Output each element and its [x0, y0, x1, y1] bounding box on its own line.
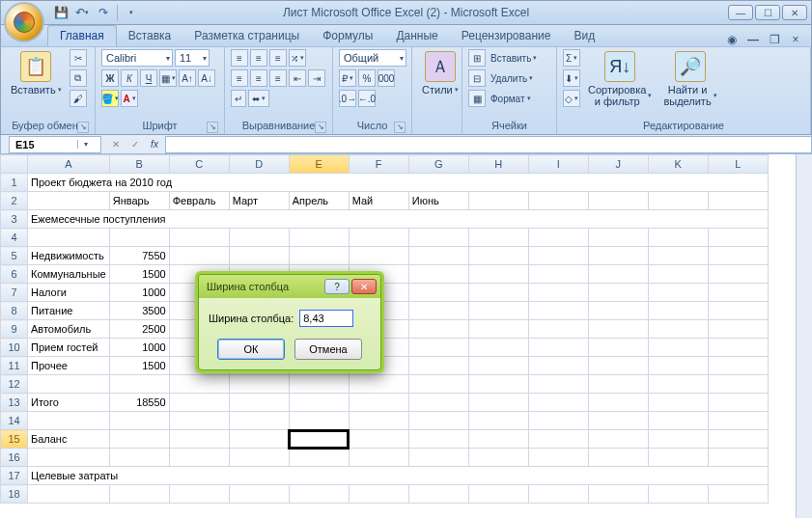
dialog-titlebar[interactable]: Ширина столбца ? ✕ [199, 275, 380, 298]
col-header-F[interactable]: F [349, 155, 408, 174]
cell[interactable] [229, 449, 289, 467]
cell[interactable] [708, 229, 768, 247]
cell[interactable]: Апрель [289, 192, 349, 210]
cell[interactable] [349, 485, 408, 504]
fill-color-button[interactable]: 🪣 [101, 90, 119, 107]
cell[interactable] [28, 229, 110, 247]
fill-icon[interactable]: ⬇ [563, 69, 580, 87]
align-bottom-icon[interactable]: ≡ [269, 49, 287, 67]
cell[interactable] [588, 339, 648, 357]
cell[interactable] [528, 375, 588, 394]
cell[interactable]: 7550 [109, 247, 169, 265]
cell[interactable] [229, 412, 289, 430]
cell[interactable] [528, 394, 588, 412]
grow-font-icon[interactable]: A↑ [179, 69, 196, 87]
autosum-icon[interactable]: Σ [563, 49, 580, 67]
tab-рецензирование[interactable]: Рецензирование [450, 26, 563, 46]
col-header-A[interactable]: A [28, 155, 110, 174]
tab-главная[interactable]: Главная [47, 25, 117, 46]
cell[interactable] [408, 375, 468, 394]
wrap-text-button[interactable]: ↵ [231, 90, 246, 107]
clipboard-launcher-icon[interactable]: ↘ [77, 122, 89, 133]
cell[interactable] [229, 229, 289, 247]
cell[interactable] [289, 412, 349, 430]
cell[interactable] [528, 449, 588, 467]
comma-icon[interactable]: 000 [378, 69, 395, 87]
row-header-7[interactable]: 7 [1, 284, 28, 302]
cell[interactable] [648, 320, 708, 339]
cell[interactable] [169, 247, 229, 265]
cut-icon[interactable]: ✂ [70, 49, 87, 67]
col-header-G[interactable]: G [408, 155, 468, 174]
cell[interactable]: Коммунальные [28, 265, 110, 284]
row-header-12[interactable]: 12 [1, 375, 28, 394]
cell[interactable]: 2500 [109, 320, 169, 339]
cell[interactable] [648, 229, 708, 247]
align-middle-icon[interactable]: ≡ [250, 49, 267, 67]
cell[interactable] [648, 339, 708, 357]
cell[interactable] [229, 394, 289, 412]
shrink-font-icon[interactable]: A↓ [198, 69, 215, 87]
align-launcher-icon[interactable]: ↘ [315, 122, 326, 133]
italic-button[interactable]: К [121, 69, 138, 87]
cell[interactable] [528, 339, 588, 357]
cell[interactable] [169, 229, 229, 247]
cell[interactable] [648, 357, 708, 375]
cell[interactable] [408, 229, 468, 247]
cell[interactable] [349, 449, 408, 467]
cancel-formula-icon[interactable]: ✕ [107, 137, 125, 152]
tab-вставка[interactable]: Вставка [117, 26, 183, 46]
row-header-1[interactable]: 1 [1, 174, 28, 192]
cell[interactable] [528, 485, 588, 504]
cell[interactable] [648, 284, 708, 302]
cell[interactable] [588, 357, 648, 375]
cell[interactable] [289, 394, 349, 412]
cell[interactable] [289, 449, 349, 467]
cell[interactable] [708, 357, 768, 375]
cell[interactable] [408, 394, 468, 412]
font-size-combo[interactable]: 11 [175, 49, 210, 67]
cell[interactable] [528, 430, 588, 449]
insert-cells-button[interactable]: Вставить [488, 49, 540, 67]
cell[interactable] [468, 192, 528, 210]
cell[interactable]: 1500 [109, 265, 169, 284]
cell[interactable] [588, 284, 648, 302]
cell[interactable] [468, 247, 528, 265]
cell[interactable] [229, 375, 289, 394]
sort-filter-button[interactable]: Я↓ Сортировка и фильтр▾ [584, 49, 656, 109]
doc-restore-icon[interactable]: ❐ [767, 33, 782, 46]
cell[interactable]: Ежемесечные поступления [28, 210, 769, 229]
name-box-input[interactable] [10, 139, 77, 150]
increase-decimal-icon[interactable]: .0→ [339, 90, 356, 107]
minimize-button[interactable]: — [728, 5, 753, 20]
number-launcher-icon[interactable]: ↘ [394, 122, 406, 133]
col-header-E[interactable]: E [289, 155, 349, 174]
tab-вид[interactable]: Вид [562, 26, 606, 46]
cell[interactable] [708, 247, 768, 265]
cell[interactable] [229, 430, 289, 449]
cell[interactable] [528, 284, 588, 302]
col-header-H[interactable]: H [468, 155, 528, 174]
cell[interactable] [349, 394, 408, 412]
cell[interactable] [169, 412, 229, 430]
cell[interactable] [289, 229, 349, 247]
cell[interactable] [588, 394, 648, 412]
cell[interactable] [109, 375, 169, 394]
cell[interactable] [588, 229, 648, 247]
tab-разметка страницы[interactable]: Разметка страницы [182, 26, 311, 46]
currency-icon[interactable]: ₽ [339, 69, 356, 87]
cell[interactable] [588, 485, 648, 504]
cell[interactable] [528, 302, 588, 320]
row-header-15[interactable]: 15 [1, 430, 28, 449]
cell[interactable]: Март [229, 192, 289, 210]
cell[interactable] [408, 449, 468, 467]
ok-button[interactable]: ОК [217, 339, 285, 360]
row-header-3[interactable]: 3 [1, 210, 28, 229]
cell[interactable] [528, 320, 588, 339]
cell[interactable]: 1500 [109, 357, 169, 375]
clear-icon[interactable]: ◇ [563, 90, 580, 107]
insert-cells-icon[interactable]: ⊞ [468, 49, 486, 67]
cell[interactable] [468, 394, 528, 412]
dialog-help-button[interactable]: ? [324, 279, 350, 294]
cell[interactable] [468, 284, 528, 302]
